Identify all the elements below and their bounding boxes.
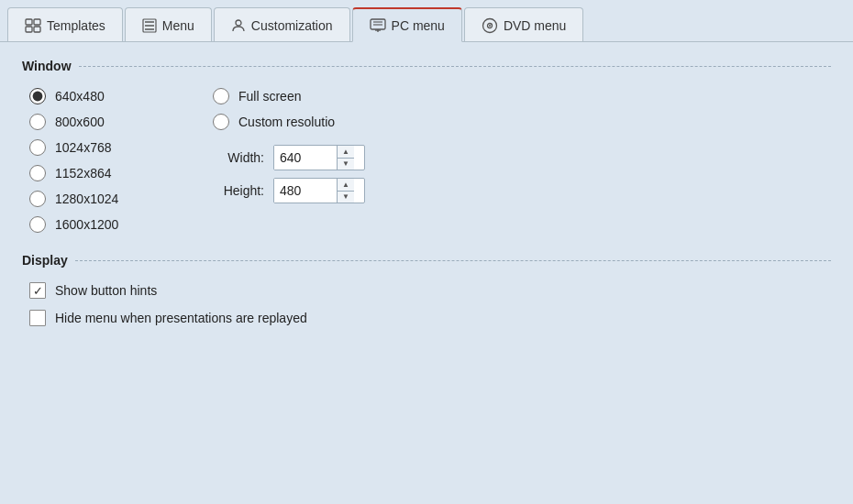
tab-customization-label: Customization: [251, 18, 333, 33]
radio-input-fullscreen[interactable]: [213, 88, 229, 104]
radio-label-1280x1024: 1280x1024: [55, 192, 118, 206]
radio-input-640x480[interactable]: [29, 88, 46, 104]
pc-menu-icon: [370, 18, 386, 33]
radio-custom[interactable]: Custom resolutio: [213, 114, 365, 130]
menu-icon: [142, 18, 157, 33]
display-section-header: Display: [22, 253, 831, 268]
height-input[interactable]: [274, 179, 337, 203]
radio-label-1152x864: 1152x864: [55, 166, 112, 181]
window-section-line: [79, 66, 831, 67]
radio-label-1600x1200: 1600x1200: [55, 217, 118, 232]
radio-label-640x480: 640x480: [55, 89, 105, 104]
templates-icon: [25, 18, 41, 33]
tab-templates-label: Templates: [47, 18, 105, 33]
radio-1280x1024[interactable]: 1280x1024: [29, 191, 194, 207]
display-section: Display ✓ Show button hints Hide menu wh…: [22, 253, 831, 326]
radio-input-1600x1200[interactable]: [29, 216, 46, 233]
width-row: Width: ▲ ▼: [216, 145, 365, 170]
checkbox-show-hints[interactable]: ✓ Show button hints: [29, 282, 831, 299]
radio-input-1280x1024[interactable]: [29, 191, 46, 207]
radio-input-1152x864[interactable]: [29, 165, 46, 181]
tab-menu[interactable]: Menu: [125, 7, 212, 42]
height-down-button[interactable]: ▼: [338, 192, 354, 203]
content-area: Window 640x480 800x600 1024x768: [0, 41, 853, 504]
tab-pc-menu-label: PC menu: [392, 18, 445, 33]
svg-point-16: [489, 25, 491, 27]
tab-customization[interactable]: Customization: [214, 7, 350, 42]
width-input[interactable]: [274, 146, 337, 170]
display-options-group: ✓ Show button hints Hide menu when prese…: [29, 282, 831, 326]
width-height-area: Width: ▲ ▼ Height:: [216, 145, 365, 203]
window-section-title: Window: [22, 59, 72, 73]
svg-point-8: [236, 20, 241, 26]
radio-label-fullscreen: Full screen: [238, 89, 301, 104]
checkbox-hide-menu-label: Hide menu when presentations are replaye…: [55, 311, 307, 325]
radio-fullscreen[interactable]: Full screen: [213, 88, 365, 104]
display-section-title: Display: [22, 253, 68, 268]
resolution-group: 640x480 800x600 1024x768 1152x864 1280x1…: [29, 88, 831, 233]
resolution-left-col: 640x480 800x600 1024x768 1152x864 1280x1…: [29, 88, 194, 233]
height-spinner[interactable]: ▲ ▼: [273, 178, 365, 203]
tab-menu-label: Menu: [162, 18, 194, 33]
main-container: Templates Menu Customization: [0, 0, 853, 504]
height-label: Height:: [216, 183, 264, 198]
radio-label-800x600: 800x600: [55, 115, 105, 129]
radio-800x600[interactable]: 800x600: [29, 114, 194, 130]
width-spinner[interactable]: ▲ ▼: [273, 145, 365, 170]
height-up-button[interactable]: ▲: [338, 179, 354, 192]
tab-pc-menu[interactable]: PC menu: [352, 7, 462, 42]
resolution-right-col: Full screen Custom resolutio Width: ▲ ▼: [213, 88, 365, 233]
checkmark-show-hints: ✓: [33, 285, 43, 297]
radio-640x480[interactable]: 640x480: [29, 88, 194, 104]
svg-rect-3: [34, 27, 40, 32]
radio-1152x864[interactable]: 1152x864: [29, 165, 194, 181]
radio-1024x768[interactable]: 1024x768: [29, 139, 194, 156]
width-down-button[interactable]: ▼: [338, 159, 354, 170]
width-spinner-btns: ▲ ▼: [337, 146, 354, 170]
display-section-line: [75, 260, 831, 261]
svg-rect-2: [26, 27, 32, 32]
tab-dvd-menu[interactable]: DVD menu: [464, 7, 583, 42]
height-spinner-btns: ▲ ▼: [337, 179, 354, 203]
window-section-header: Window: [22, 59, 831, 73]
tab-bar: Templates Menu Customization: [0, 0, 853, 42]
radio-input-custom[interactable]: [213, 114, 229, 130]
tab-templates[interactable]: Templates: [7, 7, 123, 42]
svg-rect-1: [34, 19, 40, 25]
checkbox-show-hints-label: Show button hints: [55, 283, 157, 298]
dvd-menu-icon: [482, 17, 498, 34]
radio-label-custom: Custom resolutio: [238, 115, 335, 129]
radio-label-1024x768: 1024x768: [55, 140, 112, 155]
radio-1600x1200[interactable]: 1600x1200: [29, 216, 194, 233]
height-row: Height: ▲ ▼: [216, 178, 365, 203]
checkbox-hide-menu[interactable]: Hide menu when presentations are replaye…: [29, 310, 831, 326]
checkbox-show-hints-box[interactable]: ✓: [29, 282, 46, 299]
checkbox-hide-menu-box[interactable]: [29, 310, 46, 326]
radio-input-1024x768[interactable]: [29, 139, 46, 156]
customization-icon: [231, 18, 246, 33]
width-up-button[interactable]: ▲: [338, 146, 354, 159]
tab-dvd-menu-label: DVD menu: [504, 18, 566, 33]
width-label: Width:: [216, 150, 264, 165]
radio-input-800x600[interactable]: [29, 114, 46, 130]
svg-rect-0: [26, 19, 32, 25]
